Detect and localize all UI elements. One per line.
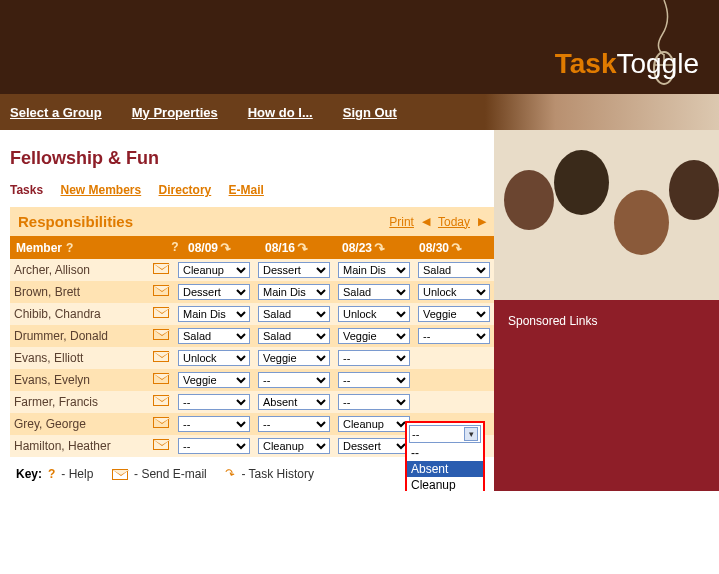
task-cell — [414, 391, 494, 413]
col-date-0: 08/09 — [188, 241, 218, 255]
send-email-button[interactable] — [148, 347, 174, 369]
nav-my-properties[interactable]: My Properties — [132, 105, 218, 120]
mail-icon — [112, 469, 128, 480]
task-select[interactable]: --AbsentCleanupDessertMain DisSaladUnloc… — [338, 328, 410, 344]
table-row: Archer, Allison--AbsentCleanupDessertMai… — [10, 259, 494, 281]
history-icon[interactable]: ↶ — [449, 239, 464, 257]
task-cell: --AbsentCleanupDessertMain DisSaladUnloc… — [174, 413, 254, 435]
prev-arrow-icon[interactable]: ◀ — [422, 215, 430, 228]
help-icon[interactable]: ? — [66, 241, 73, 255]
send-email-button[interactable] — [148, 259, 174, 281]
send-email-button[interactable] — [148, 435, 174, 457]
subnav-email[interactable]: E-Mail — [229, 183, 264, 197]
nav-how-do-i[interactable]: How do I... — [248, 105, 313, 120]
select-option[interactable]: Absent — [407, 461, 483, 477]
task-select[interactable]: --AbsentCleanupDessertMain DisSaladUnloc… — [178, 438, 250, 454]
send-email-button[interactable] — [148, 303, 174, 325]
task-select[interactable]: --AbsentCleanupDessertMain DisSaladUnloc… — [178, 284, 250, 300]
task-select[interactable]: --AbsentCleanupDessertMain DisSaladUnloc… — [338, 438, 410, 454]
task-cell: --AbsentCleanupDessertMain DisSaladUnloc… — [254, 369, 334, 391]
task-select[interactable]: --AbsentCleanupDessertMain DisSaladUnloc… — [258, 350, 330, 366]
table-row: Chibib, Chandra--AbsentCleanupDessertMai… — [10, 303, 494, 325]
table-row: Farmer, Francis--AbsentCleanupDessertMai… — [10, 391, 494, 413]
task-select[interactable]: --AbsentCleanupDessertMain DisSaladUnloc… — [178, 372, 250, 388]
send-email-button[interactable] — [148, 369, 174, 391]
task-select[interactable]: --AbsentCleanupDessertMain DisSaladUnloc… — [258, 438, 330, 454]
send-email-button[interactable] — [148, 281, 174, 303]
task-select[interactable]: --AbsentCleanupDessertMain DisSaladUnloc… — [178, 416, 250, 432]
task-select[interactable]: --AbsentCleanupDessertMain DisSaladUnloc… — [418, 284, 490, 300]
task-select[interactable]: --AbsentCleanupDessertMain DisSaladUnloc… — [178, 306, 250, 322]
task-select[interactable]: --AbsentCleanupDessertMain DisSaladUnloc… — [258, 394, 330, 410]
task-select[interactable]: --AbsentCleanupDessertMain DisSaladUnloc… — [338, 416, 410, 432]
task-select[interactable]: --AbsentCleanupDessertMain DisSaladUnloc… — [338, 350, 410, 366]
print-link[interactable]: Print — [389, 215, 414, 229]
help-icon[interactable]: ? — [171, 240, 178, 254]
task-select[interactable]: --AbsentCleanupDessertMain DisSaladUnloc… — [178, 394, 250, 410]
send-email-button[interactable] — [148, 325, 174, 347]
task-select[interactable]: --AbsentCleanupDessertMain DisSaladUnloc… — [338, 262, 410, 278]
task-select[interactable]: --AbsentCleanupDessertMain DisSaladUnloc… — [418, 306, 490, 322]
history-icon[interactable]: ↶ — [295, 239, 310, 257]
task-select[interactable]: --AbsentCleanupDessertMain DisSaladUnloc… — [258, 306, 330, 322]
select-option[interactable]: Cleanup — [407, 477, 483, 491]
history-icon: ↶ — [223, 466, 237, 483]
task-select[interactable]: --AbsentCleanupDessertMain DisSaladUnloc… — [178, 350, 250, 366]
logo-part2: Toggle — [616, 48, 699, 79]
logo: TaskToggle — [555, 48, 699, 80]
task-cell — [414, 369, 494, 391]
col-date-2: 08/23 — [342, 241, 372, 255]
select-display[interactable]: -- ▾ — [409, 425, 481, 443]
column-header-row: Member ? ? 08/09 ↶ 08/16 ↶ 08/23 ↶ 08/30… — [10, 236, 494, 259]
task-select[interactable]: --AbsentCleanupDessertMain DisSaladUnloc… — [258, 328, 330, 344]
task-cell: --AbsentCleanupDessertMain DisSaladUnloc… — [334, 281, 414, 303]
task-cell: --AbsentCleanupDessertMain DisSaladUnloc… — [334, 391, 414, 413]
history-icon[interactable]: ↶ — [218, 239, 233, 257]
task-select[interactable]: --AbsentCleanupDessertMain DisSaladUnloc… — [338, 284, 410, 300]
member-name: Grey, George — [10, 413, 148, 435]
send-email-button[interactable] — [148, 391, 174, 413]
task-cell: --AbsentCleanupDessertMain DisSaladUnloc… — [254, 391, 334, 413]
task-cell: --AbsentCleanupDessertMain DisSaladUnloc… — [254, 325, 334, 347]
task-cell: --AbsentCleanupDessertMain DisSaladUnloc… — [334, 435, 414, 457]
member-name: Chibib, Chandra — [10, 303, 148, 325]
col-date-3: 08/30 — [419, 241, 449, 255]
help-icon: ? — [48, 467, 55, 481]
nav-sign-out[interactable]: Sign Out — [343, 105, 397, 120]
subnav-tasks[interactable]: Tasks — [10, 183, 43, 197]
task-select[interactable]: --AbsentCleanupDessertMain DisSaladUnloc… — [178, 328, 250, 344]
send-email-button[interactable] — [148, 413, 174, 435]
task-select[interactable]: --AbsentCleanupDessertMain DisSaladUnloc… — [258, 416, 330, 432]
task-select[interactable]: --AbsentCleanupDessertMain DisSaladUnloc… — [178, 262, 250, 278]
table-row: Evans, Elliott--AbsentCleanupDessertMain… — [10, 347, 494, 369]
next-arrow-icon[interactable]: ▶ — [478, 215, 486, 228]
task-select-open[interactable]: -- ▾ --AbsentCleanupDessertMain DishSala… — [405, 421, 485, 491]
task-select[interactable]: --AbsentCleanupDessertMain DisSaladUnloc… — [258, 262, 330, 278]
task-select[interactable]: --AbsentCleanupDessertMain DisSaladUnloc… — [338, 306, 410, 322]
task-select[interactable]: --AbsentCleanupDessertMain DisSaladUnloc… — [418, 328, 490, 344]
sponsored-links-heading: Sponsored Links — [494, 300, 719, 342]
task-select[interactable]: --AbsentCleanupDessertMain DisSaladUnloc… — [258, 284, 330, 300]
subnav-directory[interactable]: Directory — [159, 183, 212, 197]
member-name: Hamilton, Heather — [10, 435, 148, 457]
task-select[interactable]: --AbsentCleanupDessertMain DisSaladUnloc… — [338, 394, 410, 410]
today-link[interactable]: Today — [438, 215, 470, 229]
member-name: Drummer, Donald — [10, 325, 148, 347]
mail-icon — [153, 307, 169, 318]
task-select[interactable]: --AbsentCleanupDessertMain DisSaladUnloc… — [338, 372, 410, 388]
task-select[interactable]: --AbsentCleanupDessertMain DisSaladUnloc… — [258, 372, 330, 388]
sidebar-photo — [494, 130, 719, 300]
mail-icon — [153, 373, 169, 384]
chevron-down-icon[interactable]: ▾ — [464, 427, 478, 441]
history-icon[interactable]: ↶ — [372, 239, 387, 257]
task-cell: --AbsentCleanupDessertMain DisSaladUnloc… — [174, 369, 254, 391]
mail-icon — [153, 263, 169, 274]
task-select[interactable]: --AbsentCleanupDessertMain DisSaladUnloc… — [418, 262, 490, 278]
nav-select-group[interactable]: Select a Group — [10, 105, 102, 120]
key-task-history: - Task History — [241, 467, 313, 481]
select-current: -- — [412, 428, 419, 440]
select-option[interactable]: -- — [407, 445, 483, 461]
subnav-new-members[interactable]: New Members — [60, 183, 141, 197]
mail-icon — [153, 439, 169, 450]
task-cell: --AbsentCleanupDessertMain DisSaladUnloc… — [414, 281, 494, 303]
